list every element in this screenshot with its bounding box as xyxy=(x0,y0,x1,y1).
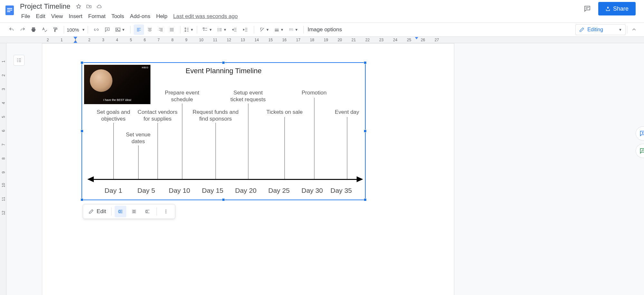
ruler-tick: 2 xyxy=(88,38,91,42)
line-spacing-button[interactable]: ▼ xyxy=(182,25,196,35)
svg-rect-7 xyxy=(203,28,204,29)
ruler-tick: 26 xyxy=(421,38,425,42)
ruler-tick: 27 xyxy=(435,38,439,42)
caret-icon: ▼ xyxy=(121,28,125,32)
add-comment-button[interactable] xyxy=(102,25,112,35)
horizontal-ruler[interactable]: 2112345678910111213141516171819202122232… xyxy=(0,37,644,43)
toolbar: 100% ▼ ▼ ▼ ▼ ▼ ▼ ▼ ▼ Image options Editi… xyxy=(0,23,644,37)
docs-logo[interactable] xyxy=(3,3,17,17)
collapse-toolbar-button[interactable] xyxy=(629,24,639,35)
ruler-tick: 16 xyxy=(282,38,286,42)
ruler-tick: 8 xyxy=(171,38,174,42)
svg-rect-3 xyxy=(7,11,10,12)
zoom-select[interactable]: 100% ▼ xyxy=(65,27,86,33)
svg-rect-2 xyxy=(7,10,12,10)
svg-point-8 xyxy=(218,28,218,29)
align-justify-button[interactable] xyxy=(167,25,177,35)
doc-title[interactable]: Project Timeline xyxy=(19,2,72,11)
caret-icon: ▼ xyxy=(280,28,284,32)
ruler-tick: 15 xyxy=(268,38,273,42)
ruler-tick: 22 xyxy=(365,38,370,42)
share-button-label: Share xyxy=(613,5,629,12)
ruler-tick: 18 xyxy=(310,38,314,42)
move-icon[interactable] xyxy=(85,3,92,10)
ruler-tick: 13 xyxy=(241,38,245,42)
undo-button[interactable] xyxy=(6,25,17,35)
caret-icon: ▼ xyxy=(619,28,622,32)
insert-image-button[interactable]: ▼ xyxy=(113,25,127,35)
svg-point-9 xyxy=(218,29,218,30)
menu-addons[interactable]: Add-ons xyxy=(127,12,153,21)
ruler-tick: 2 xyxy=(47,38,49,42)
image-options-button[interactable]: Image options xyxy=(305,26,345,33)
ruler-tick: 4 xyxy=(116,38,118,42)
caret-icon: ▼ xyxy=(223,28,227,32)
ruler-tick: 24 xyxy=(393,38,397,42)
caret-icon: ▼ xyxy=(295,28,298,32)
ruler-tick: 7 xyxy=(158,38,160,42)
ruler-tick: 6 xyxy=(144,38,146,42)
crop-rotate-button[interactable]: ▼ xyxy=(257,25,271,35)
right-margin-marker[interactable] xyxy=(415,37,418,39)
open-comments-button[interactable] xyxy=(581,2,594,15)
ruler-tick: 17 xyxy=(296,38,300,42)
svg-point-10 xyxy=(218,31,218,31)
share-button[interactable]: Share xyxy=(598,2,636,15)
menu-insert[interactable]: Insert xyxy=(66,12,85,21)
ruler-tick: 20 xyxy=(338,38,342,42)
menu-edit[interactable]: Edit xyxy=(33,12,48,21)
ruler-tick: 9 xyxy=(185,38,187,42)
ruler-tick: 23 xyxy=(379,38,383,42)
svg-rect-1 xyxy=(7,8,12,9)
menu-file[interactable]: File xyxy=(19,12,33,21)
menu-tools[interactable]: Tools xyxy=(109,12,127,21)
ruler-tick: 19 xyxy=(324,38,328,42)
ruler-tick: 10 xyxy=(199,38,203,42)
ruler-tick: 25 xyxy=(407,38,411,42)
svg-rect-4 xyxy=(54,30,55,32)
ruler-tick: 1 xyxy=(61,38,63,42)
align-left-button[interactable] xyxy=(134,25,144,35)
mode-label: Editing xyxy=(587,27,603,33)
ruler-tick: 12 xyxy=(227,38,231,42)
border-dash-button[interactable]: ▼ xyxy=(286,25,300,35)
ruler-tick: 14 xyxy=(255,38,259,42)
spellcheck-button[interactable] xyxy=(39,25,50,35)
checklist-button[interactable]: ▼ xyxy=(200,25,214,35)
last-edit-link[interactable]: Last edit was seconds ago xyxy=(173,13,238,20)
align-right-button[interactable] xyxy=(156,25,166,35)
star-icon[interactable] xyxy=(75,3,82,10)
menu-view[interactable]: View xyxy=(49,12,66,21)
bulleted-list-button[interactable]: ▼ xyxy=(215,25,229,35)
menu-help[interactable]: Help xyxy=(154,12,170,21)
caret-icon: ▼ xyxy=(190,28,194,32)
decrease-indent-button[interactable] xyxy=(229,25,240,35)
caret-icon: ▼ xyxy=(82,28,85,32)
caret-icon: ▼ xyxy=(209,28,212,32)
ruler-tick: 21 xyxy=(351,38,356,42)
zoom-value: 100% xyxy=(67,27,79,33)
ruler-tick: 3 xyxy=(102,38,104,42)
print-button[interactable] xyxy=(28,25,39,35)
caret-icon: ▼ xyxy=(266,28,269,32)
redo-button[interactable] xyxy=(17,25,28,35)
insert-link-button[interactable] xyxy=(91,25,101,35)
ruler-tick: 11 xyxy=(213,38,217,42)
menu-bar: File Edit View Insert Format Tools Add-o… xyxy=(19,12,238,21)
paint-format-button[interactable] xyxy=(50,25,61,35)
cloud-status-icon[interactable] xyxy=(96,3,103,10)
mode-switcher[interactable]: Editing ▼ xyxy=(575,24,626,35)
ruler-tick: 1 xyxy=(74,38,77,42)
ruler-tick: 5 xyxy=(130,38,132,42)
align-center-button[interactable] xyxy=(145,25,155,35)
increase-indent-button[interactable] xyxy=(240,25,251,35)
title-bar: Project Timeline File Edit View Insert F… xyxy=(0,0,644,23)
menu-format[interactable]: Format xyxy=(86,12,108,21)
border-weight-button[interactable]: ▼ xyxy=(272,25,286,35)
